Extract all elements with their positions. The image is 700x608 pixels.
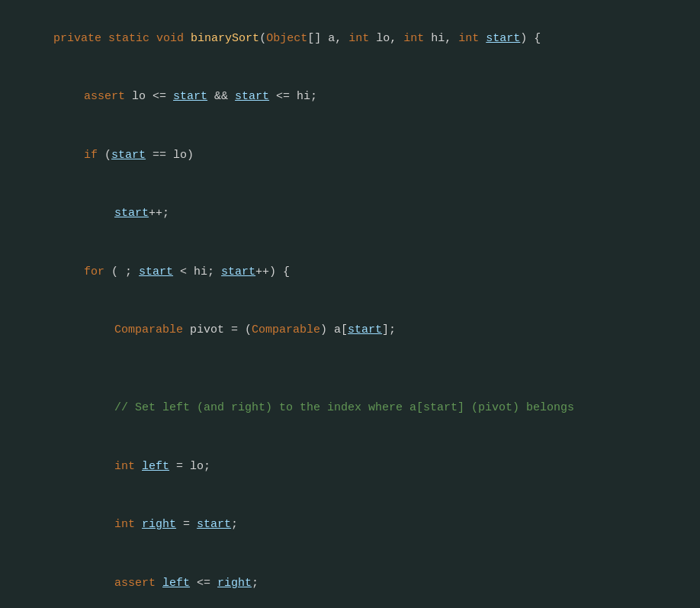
function-name: binarySort xyxy=(191,32,259,45)
var-start-7: start xyxy=(348,323,382,336)
keyword-for: for xyxy=(84,265,104,278)
code-line-11: assert left <= right; xyxy=(0,554,700,608)
code-line-2: assert lo <= start && start <= hi; xyxy=(0,68,700,127)
keyword-assert-2: assert xyxy=(114,577,156,590)
var-start-3: start xyxy=(111,149,146,162)
type-int-3: int xyxy=(458,32,479,45)
code-line-1: private static void binarySort(Object[] … xyxy=(0,9,700,68)
comment-set-left: // Set left (and right) to the index whe… xyxy=(114,401,574,414)
code-line-3: if (start == lo) xyxy=(0,126,700,185)
code-editor: private static void binarySort(Object[] … xyxy=(0,6,700,608)
var-start-8: start xyxy=(197,518,231,531)
keyword-void: void xyxy=(156,32,184,45)
var-right-2: right xyxy=(217,577,252,590)
keyword-assert-1: assert xyxy=(84,90,125,103)
keyword-int-right: int xyxy=(114,518,135,531)
type-int-2: int xyxy=(403,32,424,45)
type-int-1: int xyxy=(348,32,369,45)
var-start-1: start xyxy=(173,90,207,103)
type-comparable: Comparable xyxy=(114,323,183,336)
var-start-4: start xyxy=(114,207,149,220)
var-start-5: start xyxy=(139,265,173,278)
keyword-int-left: int xyxy=(114,460,135,473)
type-object: Object xyxy=(266,32,307,45)
var-left-1: left xyxy=(142,460,169,473)
code-line-9: int left = lo; xyxy=(0,437,700,496)
cast-comparable: Comparable xyxy=(252,323,320,336)
keyword-static: static xyxy=(108,32,149,45)
var-start-2: start xyxy=(235,90,269,103)
code-line-6: Comparable pivot = (Comparable) a[start]… xyxy=(0,301,700,360)
var-right-1: right xyxy=(142,518,176,531)
keyword-private: private xyxy=(53,32,101,45)
code-line-8: // Set left (and right) to the index whe… xyxy=(0,379,700,438)
code-line-5: for ( ; start < hi; start++) { xyxy=(0,243,700,301)
code-line-10: int right = start; xyxy=(0,496,700,555)
code-line-4: start++; xyxy=(0,185,700,243)
code-line-7 xyxy=(0,359,700,379)
keyword-if-1: if xyxy=(84,149,98,162)
var-start-6: start xyxy=(221,265,255,278)
param-start: start xyxy=(486,32,520,45)
var-left-2: left xyxy=(162,577,190,590)
